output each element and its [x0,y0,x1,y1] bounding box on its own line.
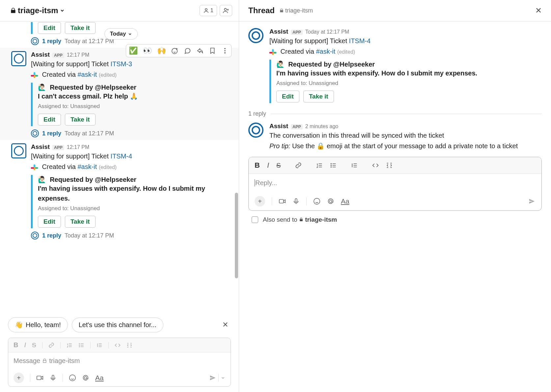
message-timestamp[interactable]: 12:17 PM [67,52,89,58]
ticket-link[interactable]: ITSM-4 [111,153,132,160]
bullet-list-icon[interactable] [78,342,84,348]
send-icon[interactable] [528,198,536,205]
reply-timestamp: Today at 12:17 PM [65,38,114,45]
thread-icon[interactable] [184,47,191,54]
channel-link[interactable]: #ask-it [77,163,97,170]
italic-icon[interactable]: I [267,161,269,170]
edit-button[interactable]: Edit [38,216,61,228]
video-icon[interactable] [36,374,43,381]
reply-count-link[interactable]: 1 reply [42,130,61,137]
suggestion-use-channel[interactable]: Let's use this channel for... [72,318,163,332]
app-badge: APP [291,30,303,35]
emoji-icon[interactable] [313,198,320,205]
channel-link[interactable]: #ask-it [77,71,97,78]
reply-count-link[interactable]: 1 reply [42,38,61,45]
channel-title-button[interactable]: triage-itsm [10,6,65,15]
slack-logo-icon [31,164,38,171]
mention-icon[interactable] [82,374,89,381]
video-icon[interactable] [279,198,286,205]
format-icon[interactable]: Aa [341,197,349,205]
mic-icon[interactable] [49,374,57,381]
link-icon[interactable] [48,342,54,348]
sender-name[interactable]: Assist [31,143,50,151]
also-send-checkbox[interactable] [252,216,258,223]
request-body: I can't access gmail. Plz help 🙏 [38,91,232,101]
code-block-icon[interactable] [126,342,132,348]
ordered-list-icon[interactable] [67,342,72,348]
sender-name[interactable]: Assist [31,51,50,58]
suggestion-hello-team[interactable]: 👋 Hello, team! [8,317,68,332]
mic-icon[interactable] [292,198,300,205]
ticket-link[interactable]: ITSM-4 [349,37,371,44]
ordered-list-icon[interactable] [316,162,323,169]
send-icon[interactable] [209,374,216,381]
edit-button[interactable]: Edit [38,114,61,126]
channel-link[interactable]: #ask-it [316,48,335,55]
italic-icon[interactable]: I [24,341,26,349]
sender-name[interactable]: Assist [269,28,288,35]
code-icon[interactable] [115,342,121,348]
svg-point-15 [331,167,332,167]
take-it-button[interactable]: Take it [65,216,96,228]
message-timestamp[interactable]: Today at 12:17 PM [305,29,349,35]
add-reaction-icon[interactable] [171,47,179,54]
sender-name[interactable]: Assist [269,123,288,130]
suggestions-close-icon[interactable]: ✕ [222,321,231,329]
ticket-link[interactable]: ITSM-3 [111,60,132,68]
check-reaction-icon[interactable]: ✅ [129,46,138,55]
member-count-button[interactable]: 1 [200,5,217,16]
take-it-button[interactable]: Take it [65,22,96,34]
chevron-down-icon [60,8,65,13]
thread-composer-input[interactable]: Reply... [249,174,541,192]
svg-rect-16 [279,200,284,203]
bold-icon[interactable]: B [255,161,260,170]
emoji-icon[interactable] [69,374,76,381]
message-timestamp[interactable]: 2 minutes ago [305,124,339,129]
message-timestamp[interactable]: 12:17 PM [67,144,89,150]
link-icon[interactable] [295,162,302,169]
edit-button[interactable]: Edit [276,91,299,102]
svg-point-13 [331,163,332,164]
channel-pane: triage-itsm 1 Today ✅ 👀 [0,0,239,392]
scrollbar[interactable] [235,193,238,278]
attach-button[interactable]: + [14,373,24,383]
code-icon[interactable] [372,162,379,169]
reply-count-link[interactable]: 1 reply [42,232,61,239]
format-icon[interactable]: Aa [95,374,104,382]
svg-rect-17 [295,199,297,202]
svg-point-1 [224,8,227,11]
channel-header: triage-itsm 1 [0,0,239,21]
blockquote-icon[interactable] [96,342,102,348]
raised-hands-reaction-icon[interactable]: 🙌 [157,46,166,55]
assist-mini-avatar-icon [31,37,39,45]
thread-channel-name[interactable]: triage-itsm [285,7,313,14]
edit-button[interactable]: Edit [38,22,61,34]
take-it-button[interactable]: Take it [303,91,334,102]
bookmark-icon[interactable] [209,47,216,54]
strike-icon[interactable]: S [32,342,36,349]
thread-close-button[interactable]: ✕ [535,6,542,15]
svg-point-8 [79,346,80,347]
strike-icon[interactable]: S [276,162,281,169]
chevron-down-icon [128,32,132,36]
assist-mini-avatar-icon [31,232,39,239]
bold-icon[interactable]: B [14,341,18,349]
more-icon[interactable] [221,47,229,54]
reply-count-divider: 1 reply [248,110,542,117]
message-item[interactable]: Assist APP 12:17 PM [Waiting for support… [0,140,239,242]
message-item[interactable]: ✕ Assist APP 12:17 PM [Waiting for suppo… [0,48,239,140]
person-add-icon [223,7,229,14]
share-icon[interactable] [196,47,204,54]
take-it-button[interactable]: Take it [65,114,96,126]
send-options-icon[interactable] [221,376,225,380]
composer-input[interactable]: Message triage-itsm [8,352,231,369]
eyes-reaction-icon[interactable]: 👀 [143,46,152,55]
code-block-icon[interactable] [386,162,393,169]
mention-icon[interactable] [327,198,334,205]
attach-button[interactable]: + [255,196,265,207]
blockquote-icon[interactable] [351,162,358,169]
add-member-button[interactable] [220,5,232,16]
date-divider[interactable]: Today [104,28,138,40]
svg-point-3 [224,48,226,49]
bullet-list-icon[interactable] [330,162,337,169]
